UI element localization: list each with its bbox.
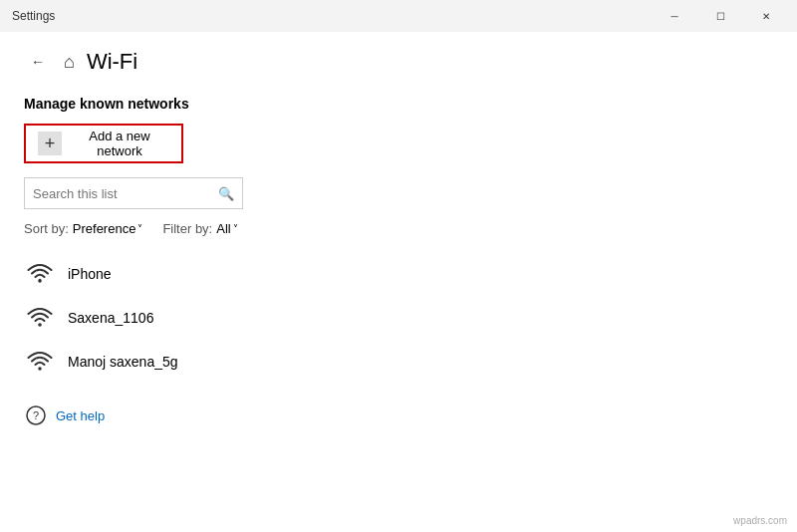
get-help-link[interactable]: Get help xyxy=(56,408,105,423)
wifi-signal-icon xyxy=(26,306,54,330)
back-button[interactable]: ← xyxy=(24,48,52,76)
page-title: Wi-Fi xyxy=(87,49,137,75)
main-content: ← ⌂ Wi-Fi Manage known networks + Add a … xyxy=(0,32,797,532)
close-button[interactable]: ✕ xyxy=(743,0,789,32)
header: ← ⌂ Wi-Fi xyxy=(24,48,773,76)
sort-value[interactable]: Preference ˅ xyxy=(73,221,143,236)
help-bubble-icon: ? xyxy=(26,405,46,425)
add-network-button[interactable]: + Add a new network xyxy=(24,124,183,163)
back-arrow-icon: ← xyxy=(31,54,45,70)
filter-value-text: All xyxy=(216,221,230,236)
restore-button[interactable]: ☐ xyxy=(697,0,743,32)
title-bar-title: Settings xyxy=(12,9,55,23)
wifi-signal-icon xyxy=(26,262,54,286)
minimize-button[interactable]: ─ xyxy=(652,0,697,32)
filter-label: Filter by: xyxy=(162,221,212,236)
sort-label: Sort by: xyxy=(24,221,69,236)
network-item-manojsaxena5g[interactable]: Manoj saxena_5g xyxy=(24,340,773,384)
svg-point-2 xyxy=(38,367,42,371)
help-section[interactable]: ? Get help xyxy=(24,403,773,427)
wifi-icon-iphone xyxy=(24,260,56,288)
home-icon-wrap: ⌂ xyxy=(64,52,75,73)
sort-value-text: Preference xyxy=(73,221,136,236)
network-name-manojsaxena5g: Manoj saxena_5g xyxy=(68,354,178,370)
search-icon: 🔍 xyxy=(218,186,234,201)
search-input[interactable] xyxy=(33,186,218,201)
sort-chevron-icon: ˅ xyxy=(137,223,142,234)
filter-chevron-icon: ˅ xyxy=(233,223,238,234)
add-network-label: Add a new network xyxy=(70,129,169,158)
title-bar: Settings ─ ☐ ✕ xyxy=(0,0,797,32)
wifi-icon-saxena1106 xyxy=(24,304,56,332)
network-item-saxena1106[interactable]: Saxena_1106 xyxy=(24,296,773,340)
svg-text:?: ? xyxy=(33,409,39,421)
svg-point-0 xyxy=(38,279,42,283)
network-item-iphone[interactable]: iPhone xyxy=(24,252,773,296)
filter-value[interactable]: All ˅ xyxy=(216,221,237,236)
help-icon: ? xyxy=(24,403,48,427)
search-box: 🔍 xyxy=(24,177,243,209)
watermark: wpadrs.com xyxy=(733,515,787,526)
plus-icon: + xyxy=(38,132,62,155)
wifi-icon-manojsaxena5g xyxy=(24,348,56,376)
title-bar-left: Settings xyxy=(12,9,55,23)
svg-point-1 xyxy=(38,323,42,327)
home-icon: ⌂ xyxy=(64,52,75,73)
network-name-saxena1106: Saxena_1106 xyxy=(68,310,153,326)
network-list: iPhone Saxena_1106 xyxy=(24,252,773,384)
section-title: Manage known networks xyxy=(24,96,773,112)
filter-row: Sort by: Preference ˅ Filter by: All ˅ xyxy=(24,221,773,236)
title-bar-controls: ─ ☐ ✕ xyxy=(652,0,789,32)
network-name-iphone: iPhone xyxy=(68,266,112,282)
wifi-signal-icon xyxy=(26,350,54,374)
